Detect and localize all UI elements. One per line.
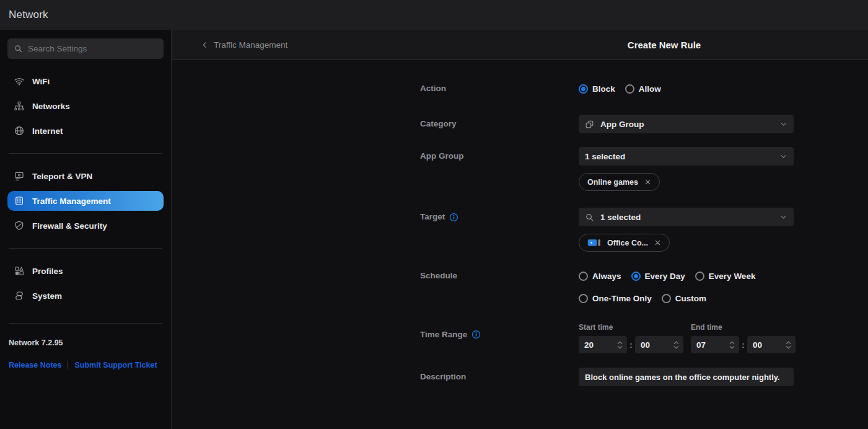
sidebar-footer: Network 7.2.95 Release Notes Submit Supp… <box>7 338 164 369</box>
sidebar-item-label: WiFi <box>32 77 50 86</box>
app-title: Network <box>9 9 48 21</box>
create-rule-form: Action Block Allow Category <box>172 60 868 386</box>
sidebar-item-teleport-vpn[interactable]: Teleport & VPN <box>7 164 164 188</box>
schedule-radio-every-day[interactable]: Every Day <box>631 272 685 281</box>
radio-circle <box>625 84 634 94</box>
sidebar-item-label: Teleport & VPN <box>32 172 92 181</box>
radio-label: Allow <box>639 84 661 94</box>
system-icon <box>14 290 25 301</box>
remove-chip-icon[interactable] <box>654 239 661 246</box>
radio-label: Always <box>592 272 621 281</box>
spinner-up-icon <box>673 341 679 345</box>
info-icon[interactable] <box>449 213 458 222</box>
link-separator <box>68 361 68 369</box>
chevron-down-icon <box>779 213 787 221</box>
end-hour-value: 07 <box>696 340 706 350</box>
start-hour-input[interactable]: 20 <box>579 336 627 353</box>
sidebar-item-label: Firewall & Security <box>32 221 107 231</box>
sidebar-item-networks[interactable]: Networks <box>7 94 164 118</box>
radio-label: Every Day <box>645 272 685 281</box>
chevron-left-icon <box>201 41 209 49</box>
end-minute-input[interactable]: 00 <box>747 336 796 353</box>
radio-circle <box>662 294 671 303</box>
submit-support-ticket-link[interactable]: Submit Support Ticket <box>74 361 157 369</box>
sidebar-item-internet[interactable]: Internet <box>7 118 164 143</box>
target-dropdown[interactable]: 1 selected <box>579 208 794 226</box>
spinner-arrows[interactable] <box>617 341 623 349</box>
schedule-radio-one-time-only[interactable]: One-Time Only <box>579 294 652 303</box>
start-time-group: Start time 20 : 00 <box>579 323 683 353</box>
target-chip: Office Co... <box>579 234 670 252</box>
main-header: Traffic Management Create New Rule <box>172 30 868 60</box>
sidebar-item-system[interactable]: System <box>7 283 164 308</box>
globe-icon <box>14 125 25 136</box>
start-minute-input[interactable]: 00 <box>635 336 683 353</box>
schedule-radio-custom[interactable]: Custom <box>662 294 706 303</box>
target-value: 1 selected <box>600 213 773 222</box>
end-hour-input[interactable]: 07 <box>691 336 739 353</box>
start-hour-value: 20 <box>584 340 594 350</box>
sidebar-divider <box>9 153 162 154</box>
chip-label: Office Co... <box>607 239 648 247</box>
spinner-up-icon <box>729 341 735 345</box>
target-row: Target 1 selected <box>420 208 868 252</box>
remove-chip-icon[interactable] <box>644 179 651 185</box>
search-settings-box[interactable] <box>7 38 164 59</box>
sidebar-item-profiles[interactable]: Profiles <box>7 259 164 283</box>
end-time-label: End time <box>691 323 796 332</box>
search-input[interactable] <box>28 44 157 53</box>
radio-label: Block <box>592 84 615 94</box>
sidebar-item-wifi[interactable]: WiFi <box>7 69 164 94</box>
spinner-arrows[interactable] <box>729 341 735 349</box>
description-label: Description <box>420 368 579 386</box>
main-panel: Traffic Management Create New Rule Actio… <box>172 30 868 429</box>
schedule-label: Schedule <box>420 270 579 282</box>
app-version: Network 7.2.95 <box>9 338 162 347</box>
spinner-arrows[interactable] <box>786 341 791 349</box>
action-row: Action Block Allow <box>420 82 868 95</box>
schedule-radio-every-week[interactable]: Every Week <box>695 272 756 281</box>
schedule-radio-row1: Always Every Day Every Week <box>579 270 794 282</box>
settings-sidebar: WiFi Networks Internet <box>0 30 172 429</box>
time-colon: : <box>627 340 635 350</box>
category-label: Category <box>420 115 579 133</box>
page-title: Create New Rule <box>628 30 701 60</box>
time-range-label: Time Range <box>420 323 579 339</box>
sidebar-item-firewall-security[interactable]: Firewall & Security <box>7 213 164 238</box>
category-dropdown[interactable]: App Group <box>579 115 794 133</box>
spinner-arrows[interactable] <box>673 341 679 349</box>
breadcrumb[interactable]: Traffic Management <box>201 30 287 60</box>
traffic-management-icon <box>14 195 25 206</box>
teleport-vpn-icon <box>14 170 25 182</box>
schedule-radio-always[interactable]: Always <box>579 272 621 281</box>
sidebar-item-label: Networks <box>32 102 70 111</box>
target-label: Target <box>420 208 579 226</box>
description-input[interactable] <box>579 368 794 386</box>
app-group-chip: Online games <box>579 173 660 191</box>
spinner-down-icon <box>786 345 791 349</box>
action-radio-block[interactable]: Block <box>579 84 615 94</box>
release-notes-link[interactable]: Release Notes <box>9 361 61 369</box>
schedule-row: Schedule Always Every Day Every Week <box>420 270 868 304</box>
sidebar-item-label: Traffic Management <box>32 197 111 206</box>
search-icon <box>14 44 23 53</box>
radio-circle <box>579 294 588 303</box>
chip-label: Online games <box>587 178 638 187</box>
radio-circle <box>579 272 588 281</box>
app-group-dropdown[interactable]: 1 selected <box>579 147 794 166</box>
shield-slash-icon <box>14 220 25 231</box>
sidebar-divider <box>9 248 162 249</box>
sidebar-nav: WiFi Networks Internet <box>7 69 164 308</box>
info-icon[interactable] <box>471 330 481 339</box>
end-minute-value: 00 <box>753 340 762 350</box>
chevron-down-icon <box>779 153 787 161</box>
wifi-icon <box>14 76 25 87</box>
time-range-row: Time Range Start time 20 <box>420 323 868 353</box>
action-label: Action <box>420 82 579 95</box>
start-time-label: Start time <box>579 323 683 332</box>
spinner-up-icon <box>786 341 791 345</box>
spinner-down-icon <box>673 345 679 349</box>
action-radio-allow[interactable]: Allow <box>625 84 661 94</box>
spinner-down-icon <box>729 345 735 349</box>
sidebar-item-traffic-management[interactable]: Traffic Management <box>7 191 164 211</box>
